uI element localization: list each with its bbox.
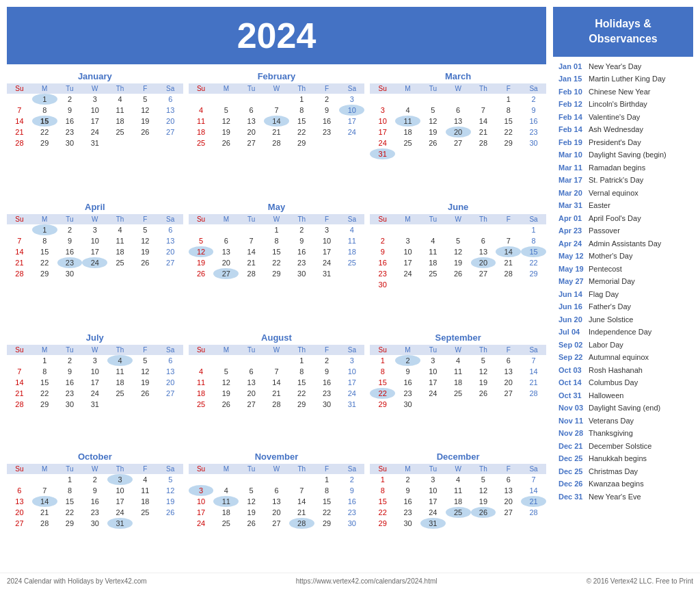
calendar-day: 15 xyxy=(521,246,546,257)
calendar-day: 4 xyxy=(107,94,133,105)
calendar-day: 2 xyxy=(289,224,314,235)
calendar-day xyxy=(395,94,420,105)
holiday-name: Veterans Day xyxy=(589,415,634,427)
calendar-day: 21 xyxy=(289,507,314,518)
calendar-day: 8 xyxy=(32,105,57,116)
holiday-name: St. Patrick's Day xyxy=(589,174,643,186)
calendar-day: 6 xyxy=(7,485,32,496)
calendar-day: 26 xyxy=(420,138,446,148)
calendar-day: 3 xyxy=(107,474,133,485)
calendar-day: 31 xyxy=(370,148,395,159)
calendar-day xyxy=(471,224,496,235)
calendar-day: 10 xyxy=(420,485,446,496)
calendar-day: 17 xyxy=(189,507,214,518)
holiday-date: Jan 15 xyxy=(558,73,584,85)
calendar-day xyxy=(133,518,158,529)
calendar-day: 28 xyxy=(7,268,32,279)
holiday-date: May 12 xyxy=(558,250,584,262)
calendar-day: 18 xyxy=(107,116,133,127)
calendar-day: 29 xyxy=(32,399,57,410)
calendar-day: 13 xyxy=(158,105,183,116)
sidebar-header: Holidays &Observances xyxy=(553,7,693,57)
calendar-day: 10 xyxy=(82,235,107,246)
calendar-day xyxy=(420,279,446,290)
holiday-name: Admin Assistants Day xyxy=(589,238,661,250)
calendar-day: 3 xyxy=(420,474,446,485)
calendar-day: 20 xyxy=(7,507,32,518)
calendar-day: 4 xyxy=(107,224,133,235)
calendar-day: 20 xyxy=(496,496,521,507)
holiday-date: Sep 22 xyxy=(558,352,584,363)
calendar-day: 25 xyxy=(446,507,471,518)
calendar-day: 9 xyxy=(57,366,83,377)
holiday-item: Oct 14Columbus Day xyxy=(558,377,688,389)
calendar-day: 3 xyxy=(189,485,214,496)
calendar-day: 6 xyxy=(158,94,183,105)
calendar-day: 22 xyxy=(496,127,521,138)
month-container: DecemberSuMTuWThFSa123456789101112131415… xyxy=(370,451,546,566)
holiday-date: Mar 20 xyxy=(558,187,584,199)
calendar-day: 11 xyxy=(446,485,471,496)
calendar-day: 14 xyxy=(471,116,496,127)
holiday-date: Feb 14 xyxy=(558,112,584,123)
holiday-date: Jun 16 xyxy=(558,301,584,313)
holiday-item: Sep 22Autumnal equinox xyxy=(558,352,688,363)
calendar-day: 10 xyxy=(189,496,214,507)
calendar-day: 14 xyxy=(7,246,32,257)
calendar-day: 23 xyxy=(57,257,83,268)
calendar-day xyxy=(521,148,546,159)
calendar-day: 2 xyxy=(395,355,420,366)
calendar-day: 9 xyxy=(57,105,83,116)
calendar-day: 11 xyxy=(395,116,420,127)
calendar-day: 12 xyxy=(471,485,496,496)
holiday-date: Dec 31 xyxy=(558,491,584,503)
holiday-item: Dec 21December Solstice xyxy=(558,441,688,452)
calendar-day: 22 xyxy=(264,257,289,268)
calendar-day: 4 xyxy=(395,105,420,116)
calendar-day: 30 xyxy=(57,138,83,148)
holiday-date: Apr 23 xyxy=(558,225,584,237)
calendar-day: 27 xyxy=(496,388,521,399)
calendar-day: 27 xyxy=(158,257,183,268)
holiday-date: Mar 31 xyxy=(558,200,584,211)
holiday-item: Oct 03Rosh Hashanah xyxy=(558,365,688,376)
calendar-day: 5 xyxy=(239,485,264,496)
calendar-day: 5 xyxy=(133,355,158,366)
holiday-name: President's Day xyxy=(589,137,641,148)
calendar-day: 16 xyxy=(57,246,83,257)
calendar-day xyxy=(189,224,214,235)
holiday-item: Feb 12Lincoln's Birthday xyxy=(558,99,688,110)
calendar-day: 7 xyxy=(7,235,32,246)
calendar-day: 14 xyxy=(32,496,57,507)
calendar-day xyxy=(395,148,420,159)
calendar-day xyxy=(521,399,546,410)
calendar-day: 1 xyxy=(496,94,521,105)
calendar-day: 25 xyxy=(107,257,133,268)
calendar-day: 8 xyxy=(32,235,57,246)
holiday-item: Mar 11Ramadan begins xyxy=(558,162,688,174)
holiday-name: Pentecost xyxy=(589,263,622,275)
month-container: JuneSuMTuWThFSa1234567891011121314151617… xyxy=(370,202,546,327)
calendar-day: 27 xyxy=(239,138,264,148)
calendar-day: 23 xyxy=(370,268,395,279)
calendar-day xyxy=(133,399,158,410)
holiday-date: May 27 xyxy=(558,276,584,287)
calendar-day: 19 xyxy=(189,257,214,268)
holiday-name: Memorial Day xyxy=(589,276,635,287)
holiday-date: Dec 25 xyxy=(558,466,584,477)
calendar-day: 28 xyxy=(521,388,546,399)
calendar-day: 5 xyxy=(133,224,158,235)
calendar-day xyxy=(264,355,289,366)
calendar-day: 7 xyxy=(289,485,314,496)
holiday-name: Vernal equinox xyxy=(589,187,638,199)
holiday-name: Passover xyxy=(589,225,620,237)
holiday-date: Nov 11 xyxy=(558,415,584,427)
calendar-day xyxy=(420,148,446,159)
calendar-day: 24 xyxy=(370,138,395,148)
calendar-day: 12 xyxy=(158,485,183,496)
calendar-day: 10 xyxy=(82,366,107,377)
month-name: January xyxy=(7,71,183,81)
calendar-day: 10 xyxy=(339,366,364,377)
calendar-day: 13 xyxy=(496,366,521,377)
holiday-date: Feb 19 xyxy=(558,137,584,148)
